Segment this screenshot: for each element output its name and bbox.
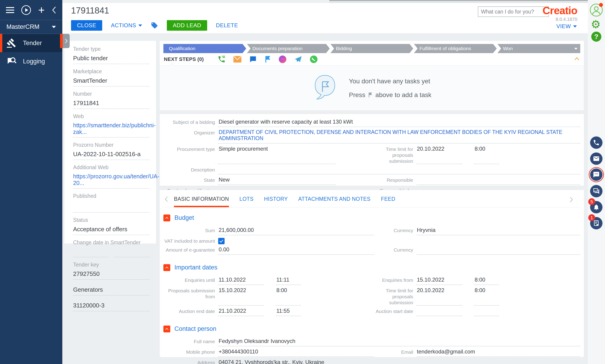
stage-documents-preparation[interactable]: Documents preparation	[247, 44, 330, 53]
field-label: Mobile phone	[163, 348, 215, 357]
email-field[interactable]: tenderkoda@gmail.com	[416, 348, 580, 357]
subject-field[interactable]: Diesel generator with reserve capacity a…	[218, 118, 580, 127]
change-date-value[interactable]	[73, 248, 150, 257]
enquiries-until-time[interactable]: 11:11	[276, 276, 301, 285]
add-lead-button[interactable]: ADD LEAD	[167, 20, 207, 31]
search-input[interactable]	[478, 9, 552, 15]
sum-field[interactable]: 21,600,000.00	[218, 226, 374, 235]
tag-icon[interactable]	[151, 22, 158, 29]
call-panel-icon[interactable]	[590, 136, 603, 149]
section-title-budget[interactable]: Budget	[174, 214, 194, 221]
marketplace-value[interactable]: SmartTender	[73, 77, 150, 87]
collapse-section-icon[interactable]	[163, 215, 170, 221]
collapse-section-icon[interactable]	[163, 264, 170, 271]
feed-panel-icon[interactable]	[590, 185, 603, 197]
sidebar-item-tender[interactable]: Tender	[0, 34, 62, 52]
tab-basic-information[interactable]: BASIC INFORMATION	[174, 196, 229, 207]
time-limit-date[interactable]: 20.10.2022	[416, 287, 462, 306]
stage-fulfillment[interactable]: Fulfillment of obligations	[414, 44, 497, 53]
flag-task-icon[interactable]	[264, 55, 271, 63]
process-log-panel-icon[interactable]: 1	[590, 217, 603, 229]
email-task-icon[interactable]	[233, 55, 242, 63]
prozorro-number-value[interactable]: UA-2022-10-11-002516-a	[73, 151, 150, 160]
state-field[interactable]: New	[218, 176, 336, 185]
task-bubble-icon	[312, 74, 338, 102]
tender-key-value[interactable]: 27927550	[73, 270, 150, 280]
number-value[interactable]: 17911841	[73, 100, 150, 109]
cpv-code-value[interactable]: 31120000-3	[73, 302, 150, 311]
chat-panel-icon[interactable]	[590, 169, 603, 181]
messenger-icon[interactable]	[278, 55, 287, 64]
auction-end-time[interactable]: 11:55	[276, 307, 301, 316]
organizer-link[interactable]: DEPARTMENT OF CIVIL PROTECTION, DEFENSE …	[218, 129, 580, 143]
close-button[interactable]: CLOSE	[71, 20, 102, 31]
view-button[interactable]: VIEW	[556, 23, 577, 29]
tab-scroll-left-icon[interactable]	[164, 196, 168, 203]
email-panel-icon[interactable]	[590, 153, 603, 165]
full-name-field[interactable]: Fedyshyn Oleksandr Ivanovych	[218, 338, 580, 346]
process-run-icon[interactable]	[21, 5, 31, 15]
published-value[interactable]	[73, 202, 150, 213]
procurement-type-field[interactable]: Simple procurement	[218, 145, 336, 164]
section-title-important-dates[interactable]: Important dates	[174, 264, 218, 271]
auction-start-date[interactable]	[416, 307, 462, 316]
vat-checkbox[interactable]	[218, 238, 225, 244]
auction-end-date[interactable]: 21.10.2022	[218, 307, 264, 316]
expand-panel-handle[interactable]	[63, 34, 70, 48]
section-title-contact-person[interactable]: Contact person	[174, 325, 216, 332]
field-label: Time limit for proposals submission	[374, 145, 413, 164]
telegram-icon[interactable]	[294, 55, 302, 64]
stage-won[interactable]: Won	[497, 44, 580, 53]
gear-icon[interactable]: ⚙	[591, 18, 601, 30]
tab-lots[interactable]: LOTS	[239, 196, 253, 206]
call-task-icon[interactable]	[218, 55, 226, 64]
responsible-field[interactable]	[416, 176, 580, 185]
tab-history[interactable]: HISTORY	[264, 196, 288, 206]
additional-web-link[interactable]: https://prozorro.gov.ua/tender/UA-20...	[73, 173, 150, 189]
add-new-icon[interactable]: +	[38, 6, 45, 14]
web-link[interactable]: https://smarttender.biz/publichni-zak...	[73, 122, 150, 138]
workspace-selector[interactable]: MasterCRM	[0, 20, 62, 34]
tab-attachments[interactable]: ATTACHMENTS AND NOTES	[298, 196, 371, 206]
help-icon[interactable]: ?	[591, 32, 601, 42]
time-limit-time-field[interactable]: 8:00	[474, 145, 499, 164]
enquiries-from-time[interactable]: 8:00	[474, 276, 499, 285]
enquiries-from-date[interactable]: 15.10.2022	[416, 276, 462, 285]
hamburger-menu-icon[interactable]	[6, 7, 14, 13]
category-value[interactable]: Generators	[73, 286, 150, 296]
tab-scroll-right-icon[interactable]	[569, 196, 573, 204]
collapse-section-icon[interactable]	[163, 325, 170, 332]
field-label: VAT included to amount	[163, 237, 215, 244]
stage-bidding[interactable]: Bidding	[330, 44, 413, 53]
auction-start-time[interactable]	[474, 307, 499, 316]
sidebar-item-label: Logging	[23, 58, 45, 65]
actions-button[interactable]: ACTIONS	[111, 22, 142, 29]
delete-button[interactable]: DELETE	[216, 22, 238, 29]
guarantee-field[interactable]: 0.00	[218, 246, 374, 255]
time-limit-date-field[interactable]: 20.10.2022	[416, 145, 462, 164]
mobile-phone-field[interactable]: +380444300110	[218, 348, 374, 357]
time-limit-time[interactable]: 8:00	[474, 287, 499, 306]
collapse-tasks-icon[interactable]	[574, 57, 580, 62]
tab-feed[interactable]: FEED	[381, 196, 395, 206]
guarantee-currency-field[interactable]	[416, 246, 580, 255]
stage-dropdown-icon[interactable]	[574, 48, 578, 50]
status-value[interactable]: Acceptance of offers	[73, 226, 150, 235]
currency-field[interactable]: Hryvnia	[416, 226, 580, 235]
notifications-panel-icon[interactable]: 5	[590, 201, 603, 213]
whatsapp-icon[interactable]	[310, 55, 318, 64]
proposals-from-time[interactable]: 8:00	[276, 287, 301, 306]
sidebar-item-logging[interactable]: Logging	[0, 52, 62, 70]
message-task-icon[interactable]	[249, 55, 257, 63]
gavel-icon	[0, 38, 23, 48]
collapse-sidebar-icon[interactable]	[52, 6, 56, 14]
stage-qualification[interactable]: Qualification	[163, 44, 246, 53]
tender-type-value[interactable]: Public tender	[73, 55, 150, 64]
enquiries-until-date[interactable]: 11.10.2022	[218, 276, 264, 285]
field-label: Status	[73, 217, 150, 223]
proposals-from-date[interactable]: 15.10.2022	[218, 287, 264, 306]
description-field[interactable]	[218, 166, 580, 174]
field-label: Auction end date	[163, 307, 215, 316]
address-field[interactable]: 04074 21, Vyshhorods'ka str., Kyiv, Ukra…	[218, 359, 374, 364]
avatar[interactable]	[590, 4, 603, 16]
